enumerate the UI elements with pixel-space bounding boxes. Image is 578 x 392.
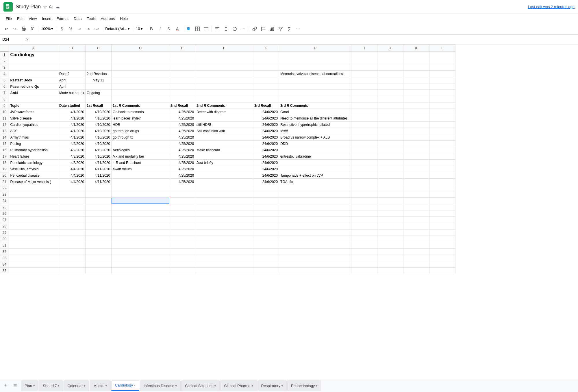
cell-C27[interactable] — [86, 217, 112, 223]
cell-A15[interactable]: Pacing — [9, 141, 58, 147]
cell-I27[interactable] — [351, 217, 377, 223]
cell-C12[interactable]: 4/10/2020 — [86, 122, 112, 128]
cell-B29[interactable] — [58, 229, 86, 236]
align-h-button[interactable] — [213, 25, 221, 33]
cell-A14[interactable]: Arrhythmias — [9, 134, 58, 141]
cell-D23[interactable] — [112, 191, 169, 198]
tab-sheet17[interactable]: Sheet17 ▾ — [39, 380, 63, 391]
col-header-L[interactable]: L — [429, 45, 455, 52]
cell-I5[interactable] — [351, 77, 377, 83]
cell-L11[interactable] — [429, 115, 455, 122]
cell-J2[interactable] — [377, 58, 403, 64]
cell-C30[interactable] — [86, 236, 112, 242]
cell-D6[interactable] — [112, 83, 169, 90]
cell-I32[interactable] — [351, 249, 377, 255]
format-num-button[interactable]: 123 — [92, 25, 101, 33]
tab-infectious-disease[interactable]: Infectious Disease ▾ — [140, 380, 181, 391]
cell-H30[interactable] — [279, 236, 351, 242]
cell-A26[interactable] — [9, 210, 58, 217]
cell-L27[interactable] — [429, 217, 455, 223]
last-edit-link[interactable]: Last edit was 2 minutes ago — [528, 5, 575, 9]
cell-K7[interactable] — [403, 90, 429, 96]
cell-G24[interactable] — [253, 198, 279, 204]
cell-L16[interactable] — [429, 147, 455, 153]
cell-I26[interactable] — [351, 210, 377, 217]
cell-E32[interactable] — [169, 249, 195, 255]
cell-J27[interactable] — [377, 217, 403, 223]
cell-H2[interactable] — [279, 58, 351, 64]
cell-G3[interactable] — [253, 64, 279, 71]
cell-F4[interactable] — [195, 71, 253, 77]
cell-A21[interactable]: Disease of Major vessels ( — [9, 179, 58, 185]
cell-F10[interactable]: Better with diagram — [195, 109, 253, 115]
cell-G13[interactable]: 24/6/2020 — [253, 128, 279, 134]
cell-L20[interactable] — [429, 172, 455, 179]
cell-G12[interactable]: 24/6/2020 — [253, 122, 279, 128]
cell-F9[interactable]: 2nd R Comments — [195, 102, 253, 109]
row-header-14[interactable]: 14 — [0, 134, 9, 141]
tab-cardiology[interactable]: Cardiology ▾ — [111, 380, 139, 391]
cell-H26[interactable] — [279, 210, 351, 217]
cell-H31[interactable] — [279, 242, 351, 249]
cell-C18[interactable]: 4/11/2020 — [86, 160, 112, 166]
cell-F22[interactable] — [195, 185, 253, 191]
cell-I15[interactable] — [351, 141, 377, 147]
cell-K33[interactable] — [403, 255, 429, 261]
cell-F7[interactable] — [195, 90, 253, 96]
cell-G14[interactable]: 24/6/2020 — [253, 134, 279, 141]
cell-K4[interactable] — [403, 71, 429, 77]
comment-button[interactable] — [259, 25, 267, 33]
cell-K16[interactable] — [403, 147, 429, 153]
cell-F1[interactable] — [195, 52, 253, 58]
cell-B21[interactable]: 4/4/2020 — [58, 179, 86, 185]
cell-A31[interactable] — [9, 242, 58, 249]
cell-A2[interactable] — [9, 58, 58, 64]
cell-E9[interactable]: 2nd Recall — [169, 102, 195, 109]
cell-G21[interactable]: 24/6/2020 — [253, 179, 279, 185]
cell-L24[interactable] — [429, 198, 455, 204]
formula-input[interactable] — [31, 35, 578, 44]
cell-J25[interactable] — [377, 204, 403, 210]
cell-G16[interactable]: 24/6/2020 — [253, 147, 279, 153]
cloud-icon[interactable]: ☁ — [55, 4, 60, 10]
cell-C14[interactable]: 4/10/2020 — [86, 134, 112, 141]
cell-A23[interactable] — [9, 191, 58, 198]
row-header-34[interactable]: 34 — [0, 261, 9, 268]
cell-D16[interactable]: Aetiologies — [112, 147, 169, 153]
cell-E31[interactable] — [169, 242, 195, 249]
cell-A22[interactable] — [9, 185, 58, 191]
cell-G20[interactable]: 24/6/2020 — [253, 172, 279, 179]
cell-A35[interactable] — [9, 268, 58, 274]
cell-E18[interactable]: 4/25/2020 — [169, 160, 195, 166]
cell-D1[interactable] — [112, 52, 169, 58]
cell-B19[interactable]: 4/4/2020 — [58, 166, 86, 172]
cell-F23[interactable] — [195, 191, 253, 198]
cell-D20[interactable] — [112, 172, 169, 179]
cell-G35[interactable] — [253, 268, 279, 274]
cell-D26[interactable] — [112, 210, 169, 217]
cell-J19[interactable] — [377, 166, 403, 172]
row-header-25[interactable]: 25 — [0, 204, 9, 210]
cell-D33[interactable] — [112, 255, 169, 261]
cell-I23[interactable] — [351, 191, 377, 198]
cell-L31[interactable] — [429, 242, 455, 249]
cell-G34[interactable] — [253, 261, 279, 268]
cell-L14[interactable] — [429, 134, 455, 141]
cell-K6[interactable] — [403, 83, 429, 90]
col-header-B[interactable]: B — [58, 45, 86, 52]
cell-L13[interactable] — [429, 128, 455, 134]
cell-I3[interactable] — [351, 64, 377, 71]
cell-G2[interactable] — [253, 58, 279, 64]
cell-G10[interactable]: 24/6/2020 — [253, 109, 279, 115]
cell-H6[interactable] — [279, 83, 351, 90]
cell-K1[interactable] — [403, 52, 429, 58]
tab-respiratory[interactable]: Respiratory ▾ — [257, 380, 287, 391]
cell-G6[interactable] — [253, 83, 279, 90]
row-header-18[interactable]: 18 — [0, 160, 9, 166]
cell-L29[interactable] — [429, 229, 455, 236]
sheet-list-button[interactable]: ☰ — [10, 381, 20, 390]
cell-L26[interactable] — [429, 210, 455, 217]
cell-I31[interactable] — [351, 242, 377, 249]
cell-I13[interactable] — [351, 128, 377, 134]
cell-H25[interactable] — [279, 204, 351, 210]
